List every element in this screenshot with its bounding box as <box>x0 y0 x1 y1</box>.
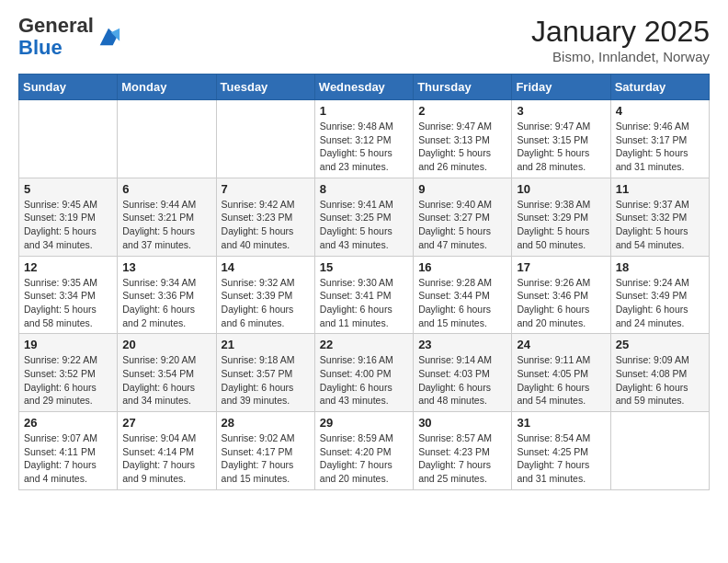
page: General Blue January 2025 Bismo, Innland… <box>0 0 728 500</box>
day-info: Sunrise: 9:45 AM Sunset: 3:19 PM Dayligh… <box>24 198 112 252</box>
day-number: 2 <box>418 104 506 118</box>
day-number: 31 <box>517 416 605 430</box>
table-row: 18Sunrise: 9:24 AM Sunset: 3:49 PM Dayli… <box>610 256 709 334</box>
day-info: Sunrise: 9:32 AM Sunset: 3:39 PM Dayligh… <box>222 276 310 330</box>
day-number: 13 <box>122 260 210 274</box>
day-number: 14 <box>222 260 310 274</box>
day-info: Sunrise: 9:20 AM Sunset: 3:54 PM Dayligh… <box>122 353 210 408</box>
day-info: Sunrise: 8:54 AM Sunset: 4:25 PM Dayligh… <box>517 431 605 486</box>
day-info: Sunrise: 9:37 AM Sunset: 3:32 PM Dayligh… <box>616 198 704 252</box>
day-info: Sunrise: 9:18 AM Sunset: 3:57 PM Dayligh… <box>222 353 310 408</box>
day-info: Sunrise: 9:35 AM Sunset: 3:34 PM Dayligh… <box>24 276 112 330</box>
table-row: 8Sunrise: 9:41 AM Sunset: 3:25 PM Daylig… <box>314 178 413 256</box>
day-number: 8 <box>320 182 408 196</box>
table-row: 17Sunrise: 9:26 AM Sunset: 3:46 PM Dayli… <box>512 256 610 334</box>
table-row: 1Sunrise: 9:48 AM Sunset: 3:12 PM Daylig… <box>314 100 413 178</box>
table-row: 20Sunrise: 9:20 AM Sunset: 3:54 PM Dayli… <box>118 334 216 412</box>
day-number: 22 <box>320 338 408 351</box>
day-number: 6 <box>122 182 210 196</box>
day-info: Sunrise: 9:38 AM Sunset: 3:29 PM Dayligh… <box>517 198 605 252</box>
day-number: 18 <box>616 260 704 274</box>
day-info: Sunrise: 9:47 AM Sunset: 3:13 PM Dayligh… <box>418 120 506 174</box>
table-row: 31Sunrise: 8:54 AM Sunset: 4:25 PM Dayli… <box>512 412 610 490</box>
day-number: 1 <box>320 104 408 118</box>
table-row: 19Sunrise: 9:22 AM Sunset: 3:52 PM Dayli… <box>19 334 118 412</box>
table-row <box>610 412 709 490</box>
table-row: 15Sunrise: 9:30 AM Sunset: 3:41 PM Dayli… <box>314 256 413 334</box>
col-thursday: Thursday <box>414 75 512 100</box>
day-number: 3 <box>517 104 605 118</box>
table-row <box>118 100 216 178</box>
day-number: 5 <box>24 182 112 196</box>
table-row: 24Sunrise: 9:11 AM Sunset: 4:05 PM Dayli… <box>512 334 610 412</box>
calendar-title: January 2025 <box>531 15 710 49</box>
col-tuesday: Tuesday <box>216 75 314 100</box>
day-info: Sunrise: 9:41 AM Sunset: 3:25 PM Dayligh… <box>320 198 408 252</box>
day-info: Sunrise: 9:42 AM Sunset: 3:23 PM Dayligh… <box>222 198 310 252</box>
col-friday: Friday <box>512 75 610 100</box>
day-number: 10 <box>517 182 605 196</box>
day-info: Sunrise: 9:14 AM Sunset: 4:03 PM Dayligh… <box>418 353 506 408</box>
logo-text: General Blue <box>18 15 94 59</box>
day-number: 21 <box>222 338 310 351</box>
table-row: 13Sunrise: 9:34 AM Sunset: 3:36 PM Dayli… <box>118 256 216 334</box>
day-info: Sunrise: 9:11 AM Sunset: 4:05 PM Dayligh… <box>517 353 605 408</box>
col-sunday: Sunday <box>19 75 118 100</box>
day-info: Sunrise: 9:34 AM Sunset: 3:36 PM Dayligh… <box>122 276 210 330</box>
day-number: 9 <box>418 182 506 196</box>
table-row: 25Sunrise: 9:09 AM Sunset: 4:08 PM Dayli… <box>610 334 709 412</box>
calendar-week-row: 19Sunrise: 9:22 AM Sunset: 3:52 PM Dayli… <box>19 334 710 412</box>
table-row: 5Sunrise: 9:45 AM Sunset: 3:19 PM Daylig… <box>19 178 118 256</box>
calendar-header-row: Sunday Monday Tuesday Wednesday Thursday… <box>19 75 710 100</box>
day-info: Sunrise: 9:16 AM Sunset: 4:00 PM Dayligh… <box>320 353 408 408</box>
table-row: 4Sunrise: 9:46 AM Sunset: 3:17 PM Daylig… <box>610 100 709 178</box>
col-saturday: Saturday <box>610 75 709 100</box>
day-number: 23 <box>418 338 506 351</box>
table-row: 22Sunrise: 9:16 AM Sunset: 4:00 PM Dayli… <box>314 334 413 412</box>
day-number: 11 <box>616 182 704 196</box>
day-number: 25 <box>616 338 704 351</box>
day-number: 19 <box>24 338 112 351</box>
calendar-week-row: 12Sunrise: 9:35 AM Sunset: 3:34 PM Dayli… <box>19 256 710 334</box>
calendar-week-row: 26Sunrise: 9:07 AM Sunset: 4:11 PM Dayli… <box>19 412 710 490</box>
day-number: 28 <box>222 416 310 430</box>
day-number: 12 <box>24 260 112 274</box>
table-row: 12Sunrise: 9:35 AM Sunset: 3:34 PM Dayli… <box>19 256 118 334</box>
day-info: Sunrise: 9:02 AM Sunset: 4:17 PM Dayligh… <box>222 431 310 486</box>
day-number: 15 <box>320 260 408 274</box>
table-row: 27Sunrise: 9:04 AM Sunset: 4:14 PM Dayli… <box>118 412 216 490</box>
day-info: Sunrise: 9:22 AM Sunset: 3:52 PM Dayligh… <box>24 353 112 408</box>
table-row: 14Sunrise: 9:32 AM Sunset: 3:39 PM Dayli… <box>216 256 314 334</box>
table-row: 11Sunrise: 9:37 AM Sunset: 3:32 PM Dayli… <box>610 178 709 256</box>
table-row: 21Sunrise: 9:18 AM Sunset: 3:57 PM Dayli… <box>216 334 314 412</box>
calendar-subtitle: Bismo, Innlandet, Norway <box>531 49 710 64</box>
day-number: 30 <box>418 416 506 430</box>
table-row: 28Sunrise: 9:02 AM Sunset: 4:17 PM Dayli… <box>216 412 314 490</box>
col-wednesday: Wednesday <box>314 75 413 100</box>
day-number: 4 <box>616 104 704 118</box>
table-row: 7Sunrise: 9:42 AM Sunset: 3:23 PM Daylig… <box>216 178 314 256</box>
day-info: Sunrise: 9:46 AM Sunset: 3:17 PM Dayligh… <box>616 120 704 174</box>
calendar-table: Sunday Monday Tuesday Wednesday Thursday… <box>18 74 710 490</box>
day-number: 27 <box>122 416 210 430</box>
table-row: 30Sunrise: 8:57 AM Sunset: 4:23 PM Dayli… <box>414 412 512 490</box>
col-monday: Monday <box>118 75 216 100</box>
day-info: Sunrise: 8:59 AM Sunset: 4:20 PM Dayligh… <box>320 431 408 486</box>
logo: General Blue <box>18 15 121 59</box>
day-number: 16 <box>418 260 506 274</box>
table-row: 2Sunrise: 9:47 AM Sunset: 3:13 PM Daylig… <box>414 100 512 178</box>
table-row: 23Sunrise: 9:14 AM Sunset: 4:03 PM Dayli… <box>414 334 512 412</box>
calendar-week-row: 5Sunrise: 9:45 AM Sunset: 3:19 PM Daylig… <box>19 178 710 256</box>
day-info: Sunrise: 9:04 AM Sunset: 4:14 PM Dayligh… <box>122 431 210 486</box>
day-info: Sunrise: 9:47 AM Sunset: 3:15 PM Dayligh… <box>517 120 605 174</box>
table-row: 16Sunrise: 9:28 AM Sunset: 3:44 PM Dayli… <box>414 256 512 334</box>
day-info: Sunrise: 9:44 AM Sunset: 3:21 PM Dayligh… <box>122 198 210 252</box>
title-block: January 2025 Bismo, Innlandet, Norway <box>531 15 710 64</box>
day-number: 24 <box>517 338 605 351</box>
day-info: Sunrise: 9:40 AM Sunset: 3:27 PM Dayligh… <box>418 198 506 252</box>
logo-icon <box>96 24 121 50</box>
table-row <box>19 100 118 178</box>
table-row: 3Sunrise: 9:47 AM Sunset: 3:15 PM Daylig… <box>512 100 610 178</box>
day-info: Sunrise: 9:28 AM Sunset: 3:44 PM Dayligh… <box>418 276 506 330</box>
header: General Blue January 2025 Bismo, Innland… <box>18 15 710 64</box>
